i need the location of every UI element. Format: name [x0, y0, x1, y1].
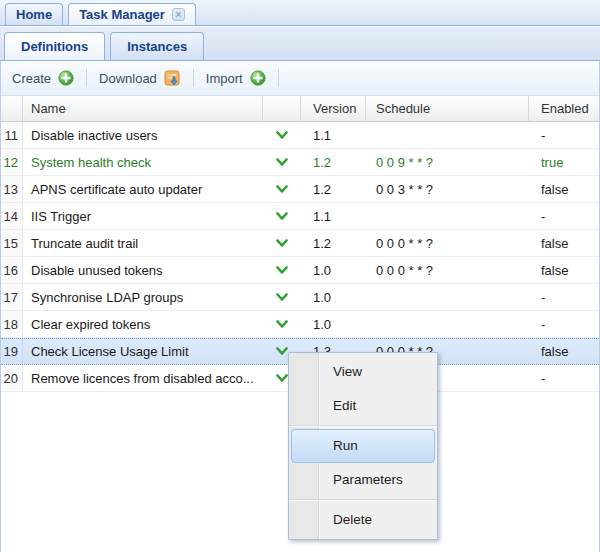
- column-header-number[interactable]: [1, 96, 23, 121]
- table-row[interactable]: 18Clear expired tokens1.0-: [1, 311, 599, 338]
- task-version: 1.0: [301, 284, 366, 310]
- column-header-schedule-label: Schedule: [376, 101, 430, 116]
- task-version: 1.2: [301, 230, 366, 256]
- chevron-down-icon[interactable]: [276, 239, 288, 248]
- chevron-down-icon[interactable]: [276, 158, 288, 167]
- task-name: Truncate audit trail: [23, 230, 263, 256]
- context-menu: ViewEditRunParametersDelete: [288, 352, 438, 540]
- column-header-name-label: Name: [31, 101, 66, 116]
- row-actions-cell: [263, 284, 301, 310]
- chevron-down-icon[interactable]: [276, 293, 288, 302]
- tab-task-manager-label: Task Manager: [79, 7, 165, 22]
- menu-item-view[interactable]: View: [289, 355, 437, 389]
- chevron-down-icon[interactable]: [276, 185, 288, 194]
- task-enabled: true: [529, 149, 599, 175]
- toolbar-separator: [193, 69, 194, 87]
- create-button[interactable]: Create: [3, 66, 83, 90]
- chevron-down-icon[interactable]: [276, 266, 288, 275]
- task-name: Disable inactive users: [23, 122, 263, 148]
- task-name: Disable unused tokens: [23, 257, 263, 283]
- menu-item-edit[interactable]: Edit: [289, 389, 437, 423]
- chevron-down-icon[interactable]: [276, 374, 288, 383]
- row-actions-cell: [263, 257, 301, 283]
- task-version: 1.1: [301, 203, 366, 229]
- menu-item-parameters[interactable]: Parameters: [289, 463, 437, 497]
- task-name: Remove licences from disabled acco...: [23, 365, 263, 391]
- task-enabled: -: [529, 203, 599, 229]
- table-row[interactable]: 15Truncate audit trail1.20 0 0 * * ?fals…: [1, 230, 599, 257]
- column-header-actions[interactable]: [263, 96, 301, 121]
- task-name: Clear expired tokens: [23, 311, 263, 337]
- menu-item-delete[interactable]: Delete: [289, 503, 437, 537]
- tab-home-label: Home: [16, 7, 52, 22]
- close-icon[interactable]: ×: [172, 8, 185, 21]
- tab-instances[interactable]: Instances: [110, 32, 204, 60]
- row-actions-cell: [263, 230, 301, 256]
- task-enabled: false: [529, 339, 599, 364]
- row-actions-cell: [263, 176, 301, 202]
- task-name: System health check: [23, 149, 263, 175]
- task-manager-app: Home Task Manager × Definitions Instance…: [0, 0, 600, 552]
- column-header-enabled-label: Enabled: [541, 101, 589, 116]
- table-row[interactable]: 12System health check1.20 0 9 * * ?true: [1, 149, 599, 176]
- task-schedule: [366, 284, 529, 310]
- toolbar-separator: [86, 69, 87, 87]
- row-number: 18: [1, 311, 23, 337]
- chevron-down-icon[interactable]: [276, 212, 288, 221]
- tab-definitions[interactable]: Definitions: [4, 32, 105, 60]
- download-button-label: Download: [99, 71, 157, 86]
- row-number: 15: [1, 230, 23, 256]
- table-row[interactable]: 13APNS certificate auto updater1.20 0 3 …: [1, 176, 599, 203]
- task-schedule: [366, 311, 529, 337]
- row-number: 19: [1, 339, 23, 364]
- task-version: 1.0: [301, 311, 366, 337]
- table-row[interactable]: 17Synchronise LDAP groups1.0-: [1, 284, 599, 311]
- row-number: 11: [1, 122, 23, 148]
- column-header-enabled[interactable]: Enabled: [529, 96, 599, 121]
- task-enabled: false: [529, 257, 599, 283]
- task-version: 1.2: [301, 149, 366, 175]
- row-number: 20: [1, 365, 23, 391]
- menu-separator: [289, 499, 437, 501]
- tab-task-manager[interactable]: Task Manager ×: [68, 3, 196, 25]
- row-number: 17: [1, 284, 23, 310]
- task-enabled: -: [529, 122, 599, 148]
- create-button-label: Create: [12, 71, 51, 86]
- task-schedule: 0 0 0 * * ?: [366, 257, 529, 283]
- row-actions-cell: [263, 122, 301, 148]
- task-version: 1.2: [301, 176, 366, 202]
- task-name: IIS Trigger: [23, 203, 263, 229]
- column-header-version-label: Version: [313, 101, 356, 116]
- task-version: 1.1: [301, 122, 366, 148]
- toolbar: Create Download: [1, 61, 599, 96]
- chevron-down-icon[interactable]: [276, 347, 288, 356]
- table-row[interactable]: 11Disable inactive users1.1-: [1, 122, 599, 149]
- import-button[interactable]: Import: [197, 66, 275, 90]
- menu-item-run[interactable]: Run: [291, 429, 435, 463]
- table-row[interactable]: 16Disable unused tokens1.00 0 0 * * ?fal…: [1, 257, 599, 284]
- task-enabled: -: [529, 284, 599, 310]
- grid-header: Name Version Schedule Enabled: [1, 96, 599, 122]
- table-row[interactable]: 14IIS Trigger1.1-: [1, 203, 599, 230]
- task-schedule: 0 0 0 * * ?: [366, 230, 529, 256]
- column-header-version[interactable]: Version: [301, 96, 366, 121]
- import-button-label: Import: [206, 71, 243, 86]
- menu-separator: [289, 425, 437, 427]
- chevron-down-icon[interactable]: [276, 320, 288, 329]
- toolbar-separator: [278, 69, 279, 87]
- column-header-name[interactable]: Name: [23, 96, 263, 121]
- task-version: 1.0: [301, 257, 366, 283]
- add-icon: [58, 70, 74, 86]
- chevron-down-icon[interactable]: [276, 131, 288, 140]
- task-schedule: 0 0 3 * * ?: [366, 176, 529, 202]
- download-icon: [164, 70, 181, 87]
- row-actions-cell: [263, 149, 301, 175]
- tab-definitions-label: Definitions: [21, 39, 88, 54]
- column-header-schedule[interactable]: Schedule: [366, 96, 529, 121]
- row-actions-cell: [263, 203, 301, 229]
- download-button[interactable]: Download: [90, 66, 190, 90]
- tab-home[interactable]: Home: [5, 3, 63, 25]
- task-name: Check License Usage Limit: [23, 339, 263, 364]
- task-enabled: -: [529, 311, 599, 337]
- task-name: APNS certificate auto updater: [23, 176, 263, 202]
